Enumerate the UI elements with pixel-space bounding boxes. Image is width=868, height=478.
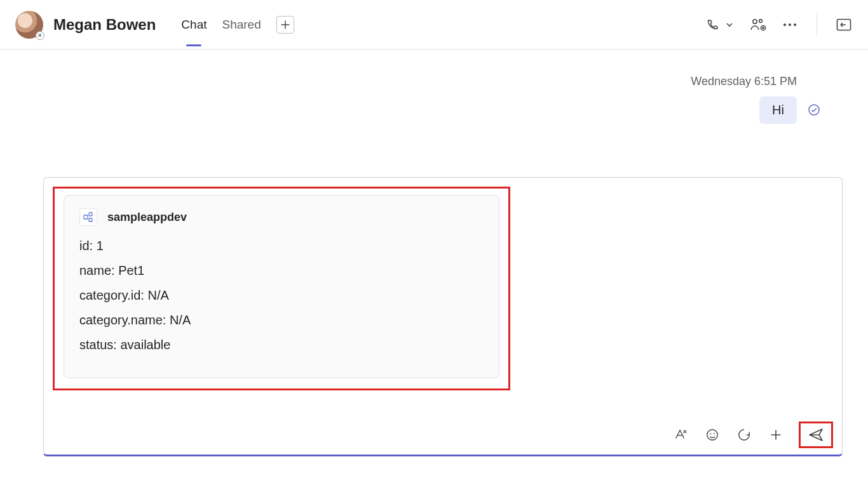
panel-open-icon (836, 18, 851, 31)
card-line: category.id: N/A (79, 288, 484, 303)
more-options-button[interactable] (781, 16, 799, 34)
plus-icon (770, 428, 782, 441)
svg-rect-9 (89, 213, 92, 216)
svg-point-0 (753, 19, 757, 23)
presence-offline-icon: ✕ (36, 31, 44, 40)
tab-chat-label: Chat (181, 18, 207, 32)
tab-shared[interactable]: Shared (222, 0, 261, 49)
divider (817, 13, 817, 36)
avatar[interactable]: ✕ (15, 11, 43, 39)
svg-point-4 (789, 23, 791, 26)
tab-chat[interactable]: Chat (181, 0, 207, 49)
actions-button[interactable] (767, 426, 785, 444)
svg-point-1 (759, 19, 763, 22)
send-button[interactable] (807, 426, 825, 444)
compose-toolbar (53, 418, 833, 448)
message-timestamp: Wednesday 6:51 PM (691, 75, 797, 88)
call-button[interactable] (703, 16, 721, 34)
tab-shared-label: Shared (222, 18, 261, 32)
plus-icon (281, 20, 290, 29)
card-line: id: 1 (79, 239, 484, 253)
adaptive-card[interactable]: sampleappdev id: 1 name: Pet1 category.i… (64, 195, 499, 378)
emoji-icon (705, 428, 719, 442)
compose-box[interactable]: sampleappdev id: 1 name: Pet1 category.i… (43, 177, 843, 456)
compose-area: sampleappdev id: 1 name: Pet1 category.i… (43, 177, 843, 478)
message-text: Hi (772, 103, 784, 117)
svg-point-13 (714, 433, 715, 434)
call-options-button[interactable] (724, 16, 735, 34)
people-add-icon (750, 18, 766, 32)
svg-point-3 (783, 23, 786, 26)
open-pane-button[interactable] (835, 16, 853, 34)
highlighted-region-send (799, 422, 833, 448)
loop-icon (737, 428, 751, 442)
phone-icon (705, 18, 719, 32)
sent-message-bubble[interactable]: Hi (759, 96, 797, 124)
header-tabs: Chat Shared (181, 0, 294, 49)
svg-point-7 (809, 105, 819, 115)
more-horizontal-icon (783, 23, 797, 27)
chat-header: ✕ Megan Bowen Chat Shared (0, 0, 868, 50)
read-receipt-icon (808, 104, 820, 116)
add-tab-button[interactable] (276, 16, 294, 34)
emoji-button[interactable] (703, 426, 721, 444)
svg-point-11 (707, 430, 718, 441)
format-button[interactable] (672, 426, 689, 444)
card-line: category.name: N/A (79, 313, 484, 328)
format-icon (674, 428, 688, 442)
svg-rect-8 (84, 215, 88, 219)
add-people-button[interactable] (749, 16, 767, 34)
chevron-down-icon (725, 20, 734, 29)
loop-button[interactable] (735, 426, 753, 444)
header-actions (703, 13, 853, 36)
chat-title: Megan Bowen (53, 16, 156, 34)
svg-point-12 (710, 433, 711, 434)
message-list: Wednesday 6:51 PM Hi (43, 50, 843, 177)
app-icon (79, 208, 97, 226)
card-line: status: available (79, 338, 484, 352)
highlighted-region-card: sampleappdev id: 1 name: Pet1 category.i… (53, 187, 510, 390)
card-header: sampleappdev (79, 208, 484, 226)
send-icon (808, 428, 824, 442)
svg-point-5 (794, 23, 796, 26)
chat-body: Wednesday 6:51 PM Hi sampleappdev id: 1 … (0, 50, 868, 478)
card-line: name: Pet1 (79, 263, 484, 278)
card-app-name: sampleappdev (107, 211, 187, 224)
svg-rect-10 (89, 218, 92, 222)
